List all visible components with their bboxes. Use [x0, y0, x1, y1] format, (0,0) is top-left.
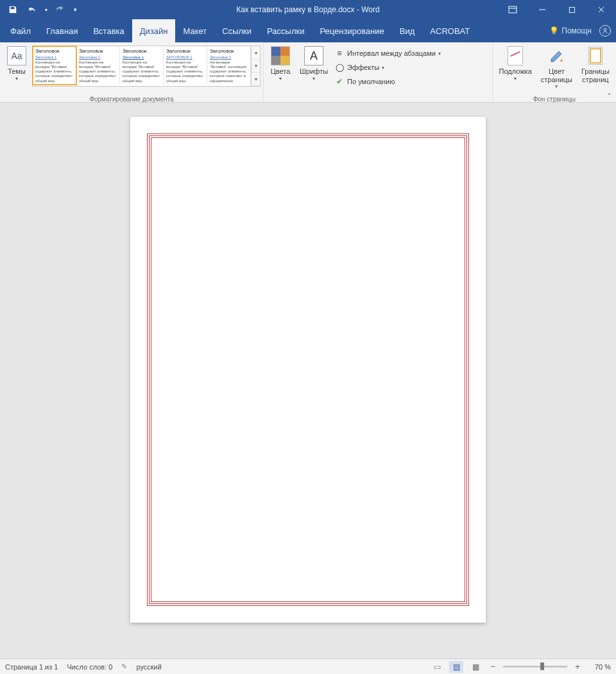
chevron-down-icon: ▾: [382, 65, 384, 71]
group-document-formatting: Aa Темы ▾ Заголовок Заголовок 1 Коллекци…: [0, 42, 264, 102]
style-set-item[interactable]: Заголовок Заголовок 1 Коллекция на вклад…: [164, 46, 207, 85]
tab-file[interactable]: Файл: [3, 19, 38, 42]
style-set-item[interactable]: Заголовок Заголовок 1 Коллекция на вклад…: [33, 46, 76, 85]
page-color-button[interactable]: Цвет страницы ▾: [537, 44, 576, 94]
page-color-icon: [549, 48, 564, 64]
checkmark-icon: ✔: [334, 76, 345, 87]
gallery-scroll-up[interactable]: ▴: [252, 46, 260, 60]
tab-insert[interactable]: Вставка: [85, 19, 132, 42]
zoom-out-button[interactable]: −: [488, 662, 498, 671]
gallery-scroll: ▴ ▾ ▾: [251, 46, 260, 86]
ribbon: Aa Темы ▾ Заголовок Заголовок 1 Коллекци…: [0, 42, 616, 103]
paragraph-spacing-button[interactable]: ≡ Интервал между абзацами ▾: [334, 47, 441, 60]
web-layout-button[interactable]: ▦: [468, 661, 483, 673]
chevron-down-icon: ▾: [312, 76, 315, 82]
window-controls: [498, 0, 616, 19]
tab-review[interactable]: Рецензирование: [312, 19, 391, 42]
chevron-down-icon: ▾: [15, 76, 18, 82]
style-set-item[interactable]: Заголовок Заголовок 1 Коллекция на вклад…: [76, 46, 120, 85]
chevron-down-icon: ▾: [514, 76, 517, 82]
maximize-button[interactable]: [557, 0, 586, 19]
page-border-frame: [147, 134, 469, 606]
undo-button[interactable]: [23, 1, 41, 19]
read-mode-button[interactable]: ▭: [430, 661, 444, 673]
set-default-label: По умолчанию: [347, 78, 395, 85]
zoom-slider[interactable]: [503, 666, 567, 668]
effects-icon: ◯: [334, 62, 345, 73]
svg-point-6: [604, 28, 606, 31]
page-color-label: Цвет страницы: [541, 67, 572, 83]
document-area[interactable]: [0, 103, 616, 659]
paragraph-spacing-label: Интервал между абзацами: [347, 49, 436, 57]
svg-rect-3: [569, 7, 574, 12]
ribbon-tabs: Файл Главная Вставка Дизайн Макет Ссылки…: [0, 19, 616, 42]
style-set-gallery[interactable]: Заголовок Заголовок 1 Коллекция на вклад…: [32, 46, 261, 87]
tell-me-label: Помощн: [561, 26, 592, 35]
redo-button[interactable]: [51, 1, 69, 19]
gallery-expand[interactable]: ▾: [252, 73, 260, 86]
tell-me-search[interactable]: 💡 Помощн: [549, 26, 592, 35]
document-title: Как вставить рамку в Ворде.docx - Word: [236, 5, 379, 14]
title-bar: ▾ ▾ Как вставить рамку в Ворде.docx - Wo…: [0, 0, 616, 19]
tab-references[interactable]: Ссылки: [214, 19, 259, 42]
colors-icon: [271, 46, 290, 65]
page-number-status[interactable]: Страница 1 из 1: [5, 663, 58, 671]
paragraph-spacing-icon: ≡: [334, 48, 345, 58]
zoom-level[interactable]: 70 %: [588, 663, 611, 671]
tab-home[interactable]: Главная: [38, 19, 85, 42]
watermark-button[interactable]: Подложка ▾: [495, 44, 536, 94]
watermark-icon: [508, 46, 523, 65]
tab-mailings[interactable]: Рассылки: [259, 19, 312, 42]
proofing-icon[interactable]: ✎: [121, 662, 127, 671]
zoom-in-button[interactable]: +: [572, 662, 583, 671]
chevron-down-icon: ▾: [555, 83, 558, 89]
themes-button[interactable]: Aa Темы ▾: [3, 44, 31, 94]
page-borders-button[interactable]: Границы страниц: [578, 44, 613, 94]
themes-icon: Aa: [7, 46, 26, 65]
effects-label: Эффекты: [347, 64, 379, 71]
zoom-thumb[interactable]: [540, 662, 544, 670]
tab-layout[interactable]: Макет: [175, 19, 214, 42]
language-status[interactable]: русский: [136, 663, 161, 671]
gallery-scroll-down[interactable]: ▾: [252, 60, 260, 73]
undo-dropdown[interactable]: ▾: [42, 1, 50, 19]
chevron-down-icon: ▾: [438, 51, 441, 56]
group-colors-fonts: Цвета ▾ А Шрифты ▾ ≡ Интервал между абза…: [264, 42, 447, 102]
style-set-item[interactable]: Заголовок Заголовок 1 На вкладке "Вставк…: [207, 46, 251, 85]
tab-acrobat[interactable]: ACROBAT: [422, 19, 477, 42]
qat-customize[interactable]: ▾: [71, 1, 80, 19]
effects-button[interactable]: ◯ Эффекты ▾: [334, 61, 441, 74]
fonts-label: Шрифты: [300, 67, 328, 76]
tab-view[interactable]: Вид: [392, 19, 423, 42]
fonts-icon: А: [304, 46, 323, 65]
fonts-button[interactable]: А Шрифты ▾: [296, 44, 332, 94]
style-set-item[interactable]: Заголовок Заголовок 1 Коллекция на вклад…: [120, 46, 164, 85]
word-count-status[interactable]: Число слов: 0: [67, 663, 112, 671]
minimize-button[interactable]: [527, 0, 557, 19]
collapse-ribbon-button[interactable]: ˄: [608, 92, 611, 99]
tab-design[interactable]: Дизайн: [132, 19, 176, 42]
colors-label: Цвета: [271, 67, 291, 76]
themes-label: Темы: [8, 67, 26, 76]
page[interactable]: [130, 117, 486, 623]
group-label-page-bg: Фон страницы: [495, 94, 613, 103]
quick-access-toolbar: ▾ ▾: [0, 1, 80, 19]
save-button[interactable]: [4, 1, 22, 19]
print-layout-button[interactable]: ▤: [449, 661, 463, 673]
page-borders-icon: [588, 47, 603, 65]
group-label-formatting: Форматирование документа: [3, 94, 261, 103]
watermark-label: Подложка: [499, 67, 532, 76]
set-default-button[interactable]: ✔ По умолчанию: [334, 75, 441, 88]
close-button[interactable]: [586, 0, 616, 19]
group-label-empty: [266, 94, 445, 103]
group-page-background: Подложка ▾ Цвет страницы ▾ Границы стран…: [492, 42, 616, 102]
ribbon-display-button[interactable]: [498, 0, 527, 19]
chevron-down-icon: ▾: [279, 76, 282, 82]
share-button[interactable]: [599, 25, 611, 37]
lightbulb-icon: 💡: [549, 26, 559, 35]
colors-button[interactable]: Цвета ▾: [266, 44, 295, 94]
page-borders-label: Границы страниц: [581, 67, 610, 83]
status-bar: Страница 1 из 1 Число слов: 0 ✎ русский …: [0, 659, 616, 674]
svg-rect-0: [509, 6, 517, 13]
